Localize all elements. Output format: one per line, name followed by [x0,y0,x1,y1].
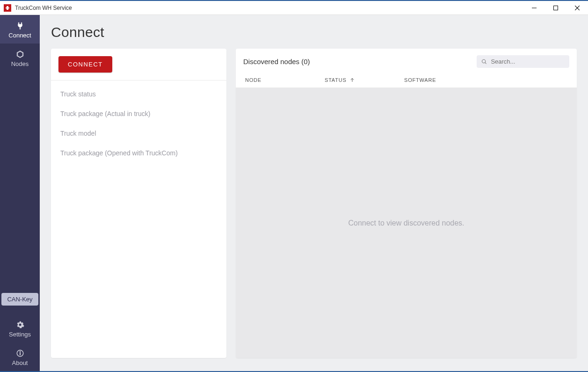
cube-icon [16,50,24,58]
window-title: TruckCom WH Service [15,5,72,11]
sidebar-item-connect[interactable]: Connect [0,15,40,44]
content-area: Connect CONNECT Truck status Truck packa… [40,15,588,371]
sidebar-item-label: About [12,359,28,366]
search-input[interactable] [491,58,565,65]
column-header-software[interactable]: SOFTWARE [404,77,567,83]
discovered-nodes-panel: Discovered nodes (0) NODE STATUS SOFTWAR… [236,49,577,358]
list-item[interactable]: Truck package (Opened with TruckCom) [51,143,226,163]
list-item[interactable]: Truck package (Actual in truck) [51,104,226,124]
window-controls [523,1,588,15]
titlebar: TruckCom WH Service [0,1,588,15]
search-icon [481,58,487,65]
column-header-status[interactable]: STATUS [325,77,404,83]
search-box[interactable] [477,55,569,68]
table-header: NODE STATUS SOFTWARE [236,73,577,88]
can-key-button[interactable]: CAN-Key [1,293,38,306]
column-header-node[interactable]: NODE [245,77,325,83]
sidebar-item-nodes[interactable]: Nodes [0,44,40,72]
gear-icon [16,321,24,329]
page-title: Connect [51,24,577,40]
empty-state: Connect to view discovered nodes. [236,88,577,358]
sidebar-item-label: Connect [8,32,31,39]
sidebar-item-label: Settings [9,331,31,338]
svg-rect-1 [6,7,9,8]
list-item[interactable]: Truck status [51,84,226,104]
column-header-status-label: STATUS [325,77,347,83]
arrow-up-icon [349,77,355,83]
sidebar: Connect Nodes CAN-Key Settings About [0,15,40,371]
svg-rect-3 [554,6,558,10]
svg-rect-8 [20,351,21,352]
close-button[interactable] [566,1,588,15]
empty-message: Connect to view discovered nodes. [348,219,464,227]
discovered-nodes-title: Discovered nodes (0) [243,58,310,66]
list-item[interactable]: Truck model [51,124,226,143]
connect-panel: CONNECT Truck status Truck package (Actu… [51,49,226,358]
info-icon [16,349,24,357]
truck-info-list: Truck status Truck package (Actual in tr… [51,80,226,167]
minimize-button[interactable] [523,1,545,15]
connect-button[interactable]: CONNECT [58,56,112,73]
plug-icon [16,22,24,30]
app-icon [4,4,11,12]
sidebar-item-about[interactable]: About [0,343,40,371]
sidebar-item-label: Nodes [11,60,29,67]
can-key-label: CAN-Key [7,296,32,303]
svg-rect-7 [20,353,21,355]
maximize-button[interactable] [545,1,566,15]
sidebar-item-settings[interactable]: Settings [0,314,40,343]
